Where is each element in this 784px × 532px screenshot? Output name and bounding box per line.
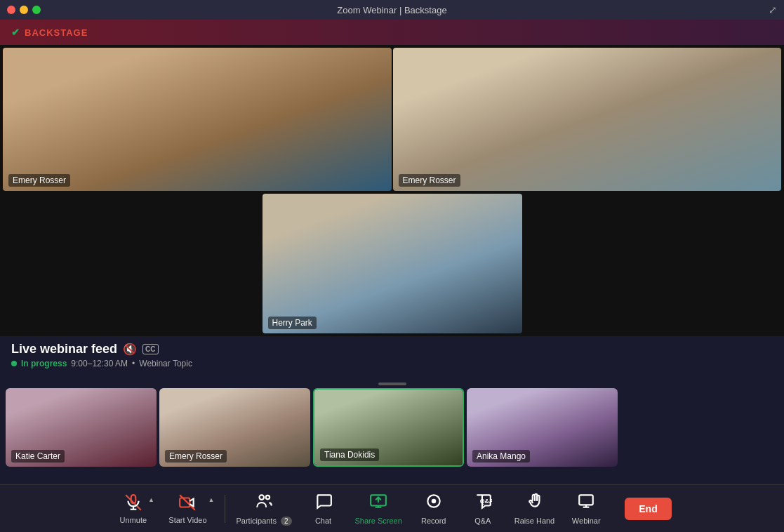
video-grid-top: Emery Rosser Emery Rosser [0,45,784,192]
unmute-button[interactable]: Unmute ▲ [112,489,161,528]
start-video-button[interactable]: Start Video ▲ [161,489,221,528]
svg-point-7 [266,495,270,498]
participant-name-3: Anika Mango [472,450,530,463]
live-feed-section: Live webinar feed 🔇 CC In progress 9:00–… [0,336,784,380]
webinar-icon [577,492,595,514]
svg-point-12 [432,499,437,504]
participants-label: Participants [236,517,276,525]
chat-icon [314,492,333,514]
video-icon [178,493,197,516]
live-feed-meta: In progress 9:00–12:30 AM • Webinar Topi… [11,359,773,368]
traffic-lights [7,6,41,14]
participant-tile-1[interactable]: Emery Rosser [159,388,310,467]
divider-1 [225,495,225,523]
share-screen-label: Share Screen [355,517,402,525]
close-button[interactable] [7,6,15,14]
maximize-button[interactable] [32,6,41,14]
svg-text:Q&A: Q&A [479,498,491,505]
backstage-header: ✔ BACKSTAGE [0,20,784,45]
qa-icon: Q&A [474,492,492,514]
toolbar: Unmute ▲ Start Video ▲ [0,484,784,532]
expand-icon[interactable]: ⤢ [769,4,777,15]
participants-count: 2 [281,517,292,526]
end-button[interactable]: End [625,498,671,520]
minimize-button[interactable] [20,6,28,14]
speaker-icon: 🔇 [123,343,137,356]
raise-hand-button[interactable]: Raise Hand [507,488,562,529]
webinar-button[interactable]: Webinar [562,488,611,529]
participants-strip: Katie Carter Emery Rosser Tiana Dokidis … [0,388,784,472]
unmute-label: Unmute [120,516,147,524]
backstage-label: BACKSTAGE [25,27,88,38]
scroll-pill [378,383,406,385]
meta-time: 9:00–12:30 AM [71,359,128,368]
video-bg-woman [3,48,392,191]
meta-topic: Webinar Topic [139,359,192,368]
name-label-top-left: Emery Rosser [8,174,70,187]
video-cell-center: Herry Park [263,194,522,333]
video-bg-three-people [393,48,782,191]
start-video-label: Start Video [168,516,206,524]
share-screen-icon [369,492,387,514]
record-icon [425,492,443,514]
participants-icon [255,492,273,514]
mic-icon [124,493,142,516]
name-label-center: Herry Park [268,317,317,329]
chat-label: Chat [315,517,331,525]
record-button[interactable]: Record [409,488,458,529]
svg-point-6 [259,495,264,500]
shield-icon: ✔ [11,27,20,38]
live-feed-title-text: Live webinar feed [11,342,117,357]
start-video-caret[interactable]: ▲ [208,496,215,503]
video-bg-headphones [263,194,522,333]
record-label: Record [421,517,446,525]
participant-name-1: Emery Rosser [165,450,227,463]
unmute-caret[interactable]: ▲ [148,496,154,503]
webinar-label: Webinar [572,517,601,525]
meta-separator: • [132,359,135,368]
scroll-indicator [0,380,784,388]
participant-tile-2[interactable]: Tiana Dokidis [313,388,464,467]
share-screen-button[interactable]: Share Screen [348,488,409,529]
video-grid-bottom: Herry Park [0,192,784,336]
video-cell-top-left: Emery Rosser [3,48,392,191]
qa-label: Q&A [474,517,491,525]
name-label-top-right: Emery Rosser [399,174,460,187]
live-feed-title-row: Live webinar feed 🔇 CC [11,342,773,357]
backstage-badge: ✔ BACKSTAGE [11,27,88,38]
raise-hand-label: Raise Hand [514,517,554,525]
participant-tile-3[interactable]: Anika Mango [467,388,618,467]
main-video-area: Emery Rosser Emery Rosser Herry Park [0,45,784,336]
video-cell-top-right: Emery Rosser [393,48,782,191]
in-progress-label: In progress [21,359,67,368]
participant-tile-0[interactable]: Katie Carter [6,388,157,467]
cc-badge: CC [142,344,158,354]
svg-rect-14 [580,495,594,505]
in-progress-dot [11,361,17,366]
window-title: Zoom Webinar | Backstage [337,5,446,15]
raise-hand-icon [526,492,544,514]
title-bar: Zoom Webinar | Backstage ⤢ [0,0,784,20]
qa-button[interactable]: Q&A Q&A [458,488,507,529]
participants-button[interactable]: Participants 2 [229,488,298,530]
participant-name-2: Tiana Dokidis [320,448,379,461]
chat-button[interactable]: Chat [299,488,348,529]
participant-name-0: Katie Carter [11,450,65,463]
